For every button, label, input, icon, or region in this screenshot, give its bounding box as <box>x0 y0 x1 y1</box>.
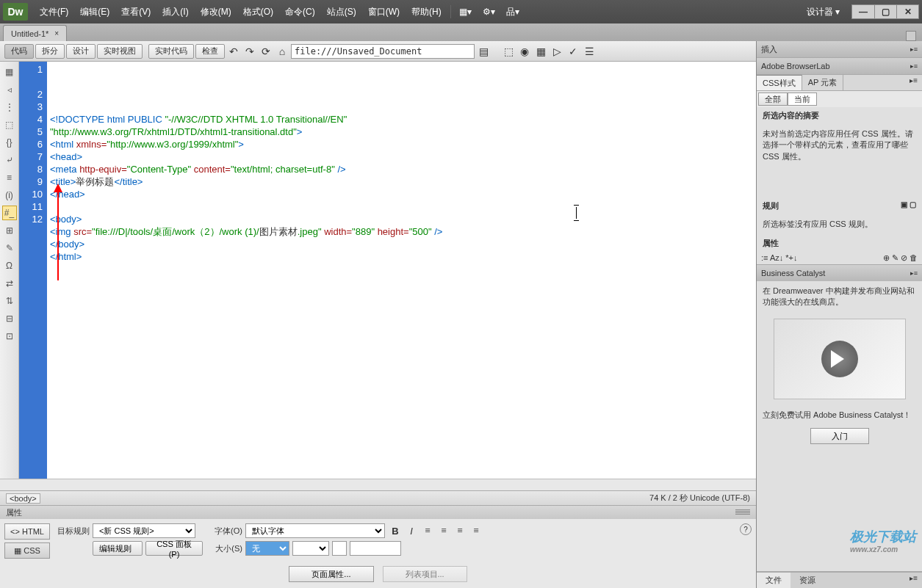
code-line[interactable]: <body> <box>50 213 753 225</box>
menu-item[interactable]: 修改(M) <box>195 3 237 21</box>
side-tool-icon[interactable]: ⊞ <box>2 223 17 238</box>
bottom-panel-menu-icon[interactable]: ▸≡ <box>905 573 922 588</box>
layout-icon[interactable]: ▦▾ <box>457 4 475 19</box>
target-rule-select[interactable]: <新 CSS 规则> <box>93 523 195 538</box>
side-tool-icon[interactable]: #_ <box>2 206 17 220</box>
code-line[interactable]: "http://www.w3.org/TR/xhtml1/DTD/xhtml1-… <box>50 126 753 138</box>
menu-item[interactable]: 帮助(H) <box>406 3 447 21</box>
side-tool-icon[interactable]: ⇅ <box>2 294 17 308</box>
code-line[interactable]: </head> <box>50 188 753 200</box>
color-swatch[interactable] <box>332 541 347 556</box>
size-unit-select[interactable] <box>292 541 329 556</box>
code-line[interactable] <box>50 200 753 213</box>
css-current-button[interactable]: 当前 <box>788 92 817 106</box>
help-icon[interactable]: ? <box>740 523 752 535</box>
code-area[interactable]: <!DOCTYPE html PUBLIC "-//W3C//DTD XHTML… <box>47 62 756 479</box>
tool-icon-3[interactable]: ▦ <box>533 44 548 59</box>
address-bar[interactable]: file:///Unsaved_Document <box>291 44 475 59</box>
bold-icon[interactable]: B <box>388 523 403 538</box>
ap-elements-tab[interactable]: AP 元素 <box>802 75 844 90</box>
align-justify-icon[interactable]: ≡ <box>469 523 483 538</box>
css-styles-tab[interactable]: CSS样式 <box>757 75 802 90</box>
prop-action-icons[interactable]: ⊕ ✎ ⊘ 🗑 <box>883 253 918 263</box>
css-all-button[interactable]: 全部 <box>758 92 788 106</box>
side-tool-icon[interactable]: ⊟ <box>2 311 17 326</box>
side-tool-icon[interactable]: ⇄ <box>2 276 17 291</box>
side-tool-icon[interactable]: ▦ <box>2 65 17 79</box>
menu-item[interactable]: 插入(I) <box>156 3 194 21</box>
code-line[interactable]: <!DOCTYPE html PUBLIC "-//W3C//DTD XHTML… <box>50 113 753 126</box>
view-split-button[interactable]: 拆分 <box>35 44 65 59</box>
tag-selector[interactable]: <body> <box>6 493 40 504</box>
view-live-button[interactable]: 实时视图 <box>97 44 143 59</box>
document-tab[interactable]: Untitled-1* × <box>3 25 67 41</box>
color-input[interactable] <box>350 541 401 556</box>
gear-icon[interactable]: ⚙▾ <box>480 4 498 19</box>
menu-item[interactable]: 窗口(W) <box>362 3 406 21</box>
side-tool-icon[interactable]: ≡ <box>2 170 17 185</box>
nav-back-icon[interactable]: ↶ <box>226 44 241 59</box>
address-list-icon[interactable]: ▤ <box>476 44 491 59</box>
font-select[interactable]: 默认字体 <box>245 523 385 538</box>
code-line[interactable]: </body> <box>50 238 753 250</box>
bc-panel-header[interactable]: Business Catalyst▸≡ <box>757 265 922 281</box>
tool-icon-6[interactable]: ☰ <box>582 44 597 59</box>
tool-icon-2[interactable]: ◉ <box>517 44 532 59</box>
side-tool-icon[interactable]: ⊡ <box>2 329 17 344</box>
site-icon[interactable]: 品▾ <box>504 4 522 19</box>
code-line[interactable]: <title>举例标题</title> <box>50 175 753 188</box>
tool-icon-4[interactable]: ▷ <box>550 44 564 59</box>
browserlab-panel-header[interactable]: Adobe BrowserLab▸≡ <box>757 58 922 74</box>
tool-icon-1[interactable]: ⬚ <box>501 44 516 59</box>
nav-forward-icon[interactable]: ↷ <box>242 44 257 59</box>
tab-close-icon[interactable]: × <box>54 29 59 37</box>
mode-html-button[interactable]: <> HTML <box>4 523 50 540</box>
menu-item[interactable]: 查看(V) <box>115 3 156 21</box>
code-line[interactable]: <meta http-equiv="Content-Type" content=… <box>50 163 753 175</box>
align-right-icon[interactable]: ≡ <box>453 523 467 538</box>
minimize-button[interactable]: — <box>852 5 874 18</box>
tab-options-icon[interactable] <box>906 31 916 41</box>
code-line[interactable] <box>50 263 753 275</box>
menu-item[interactable]: 文件(F) <box>34 3 74 21</box>
files-tab[interactable]: 文件 <box>757 573 790 588</box>
bc-video-thumbnail[interactable] <box>774 319 906 399</box>
view-design-button[interactable]: 设计 <box>66 44 96 59</box>
menu-item[interactable]: 格式(O) <box>237 3 279 21</box>
workspace-switcher[interactable]: 设计器 ▾ <box>801 4 846 20</box>
css-panel-button[interactable]: CSS 面板(P) <box>145 541 203 556</box>
code-line[interactable]: <head> <box>50 150 753 163</box>
close-button[interactable]: ✕ <box>896 5 918 18</box>
side-tool-icon[interactable]: Ω <box>2 258 17 273</box>
inspect-button[interactable]: 检查 <box>195 44 225 59</box>
side-tool-icon[interactable]: (i) <box>2 188 17 203</box>
insert-panel-header[interactable]: 插入▸≡ <box>757 41 922 57</box>
edit-rule-button[interactable]: 编辑规则 <box>93 541 143 556</box>
maximize-button[interactable]: ▢ <box>874 5 896 18</box>
page-properties-button[interactable]: 页面属性... <box>289 566 373 582</box>
refresh-icon[interactable]: ⟳ <box>259 44 273 59</box>
rules-icons[interactable]: ▣ ▢ <box>901 200 916 211</box>
side-tool-icon[interactable]: ◃ <box>2 82 17 97</box>
home-icon[interactable]: ⌂ <box>275 44 289 59</box>
side-tool-icon[interactable]: ⤶ <box>2 153 17 167</box>
prop-view-icons[interactable]: :≡ Az↓ *+↓ <box>761 253 798 263</box>
menu-item[interactable]: 命令(C) <box>279 3 321 21</box>
side-tool-icon[interactable]: {} <box>2 135 17 150</box>
size-select[interactable]: 无 <box>245 541 289 556</box>
menu-item[interactable]: 站点(S) <box>321 3 362 21</box>
mode-css-button[interactable]: ▦ CSS <box>4 542 50 559</box>
panel-menu-icon[interactable]: ▸≡ <box>905 75 922 90</box>
tool-icon-5[interactable]: ✓ <box>566 44 580 59</box>
side-tool-icon[interactable]: ⬚ <box>2 117 17 132</box>
properties-header[interactable]: 属性 <box>0 506 756 519</box>
align-center-icon[interactable]: ≡ <box>436 523 451 538</box>
live-code-button[interactable]: 实时代码 <box>148 44 194 59</box>
align-left-icon[interactable]: ≡ <box>420 523 435 538</box>
bc-start-button[interactable]: 入门 <box>810 428 869 444</box>
side-tool-icon[interactable]: ⋮ <box>2 100 17 115</box>
code-line[interactable]: <img src="file:///D|/tools/桌面/work（2）/wo… <box>50 225 753 238</box>
code-line[interactable]: <html xmlns="http://www.w3.org/1999/xhtm… <box>50 138 753 150</box>
view-code-button[interactable]: 代码 <box>4 44 34 59</box>
italic-icon[interactable]: I <box>404 523 419 538</box>
